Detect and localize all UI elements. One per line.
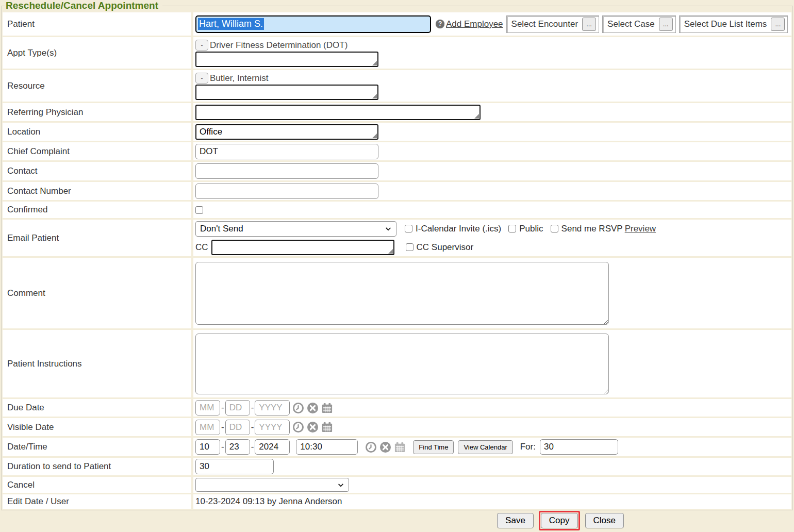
row-duration: Duration to send to Patient [3,458,791,475]
clear-icon[interactable] [307,402,319,414]
confirmed-checkbox[interactable] [195,206,203,214]
due-date-month-input[interactable] [195,400,220,415]
contact-input[interactable] [195,163,378,179]
referring-physician-field-cell [193,103,791,121]
email-send-select[interactable]: Don't Send [195,221,396,237]
datetime-day-input[interactable] [225,439,250,455]
contact-number-field-cell [193,182,791,200]
appt-types-input[interactable] [195,52,378,67]
date-separator: - [221,442,224,452]
resource-input[interactable] [195,85,378,100]
row-comment: Comment [3,258,791,328]
row-cancel: Cancel [3,477,791,493]
appointment-form: Reschedule/Cancel Appointment Patient Ha… [1,0,793,510]
edit-date-user-field-cell: 10-23-2024 09:13 by Jenna Anderson [193,494,791,509]
patient-input[interactable]: Hart, William S. [195,15,431,33]
select-due-list-items-button[interactable]: ... [771,18,785,31]
for-label: For: [520,442,536,452]
location-input-wrap [195,124,378,140]
send-me-rsvp-checkbox[interactable] [551,225,558,232]
chevron-down-icon [385,225,392,232]
save-button[interactable]: Save [497,513,534,528]
select-encounter-button[interactable]: ... [582,18,596,31]
row-confirmed: Confirmed [3,202,791,218]
patient-instructions-textarea[interactable] [195,334,609,394]
patient-instructions-field-cell [193,330,791,397]
select-case-box: Select Case ... [602,15,676,33]
select-encounter-box: Select Encounter ... [506,15,599,33]
cc-label: CC [195,242,208,253]
cc-supervisor-checkbox[interactable] [406,243,413,251]
due-date-year-input[interactable] [255,400,290,415]
referring-physician-input-wrap [195,105,481,120]
patient-label: Patient [3,12,191,36]
datetime-time-input[interactable] [296,439,358,455]
cancel-field-cell [193,477,791,493]
referring-physician-input[interactable] [195,105,481,120]
referring-physician-label: Referring Physician [3,103,191,121]
icalendar-invite-checkbox[interactable] [405,225,412,232]
select-encounter-label: Select Encounter [511,19,578,29]
cancel-label: Cancel [3,477,191,493]
appt-type-remove-button[interactable]: - [195,40,208,51]
close-button[interactable]: Close [585,513,624,528]
visible-date-year-input[interactable] [255,420,290,435]
clock-icon[interactable] [365,441,377,453]
contact-field-cell [193,162,791,180]
datetime-year-input[interactable] [255,439,290,455]
row-appt-types: Appt Type(s) - Driver Fitness Determinat… [3,37,791,69]
patient-selected-text: Hart, William S. [198,18,264,30]
select-case-button[interactable]: ... [659,18,673,31]
cancel-reason-select[interactable] [195,478,349,492]
duration-input[interactable] [195,459,274,474]
appt-types-input-wrap [195,52,378,67]
date-separator: - [251,422,254,433]
clear-icon[interactable] [307,421,319,433]
confirmed-field-cell [193,202,791,218]
location-input[interactable] [195,124,378,140]
preview-link[interactable]: Preview [625,224,656,234]
email-patient-field-cell: Don't Send I-Calendar Invite (.ics) Publ… [193,220,791,256]
find-time-button[interactable]: Find Time [413,440,454,454]
calendar-icon[interactable] [321,421,333,433]
resource-field-cell: - Butler, Internist [193,70,791,102]
comment-field-cell [193,258,791,328]
add-employee-link[interactable]: Add Employee [446,19,503,29]
clear-icon[interactable] [379,441,391,453]
row-chief-complaint: Chief Complaint [3,142,791,160]
location-label: Location [3,123,191,141]
clock-icon[interactable] [292,421,304,433]
copy-button-highlight: Copy [539,511,580,530]
cc-input[interactable] [211,240,394,255]
question-icon[interactable]: ? [435,19,445,29]
row-contact: Contact [3,162,791,180]
page-title: Reschedule/Cancel Appointment [5,0,162,11]
resource-remove-button[interactable]: - [195,73,208,84]
visible-date-month-input[interactable] [195,420,220,435]
send-me-rsvp-label: Send me RSVP [561,224,623,234]
chief-complaint-input[interactable] [195,144,378,159]
date-separator: - [221,403,224,413]
contact-number-input[interactable] [195,184,378,199]
copy-button[interactable]: Copy [541,513,578,528]
for-duration-input[interactable] [540,439,618,455]
public-checkbox[interactable] [508,225,516,232]
clock-icon[interactable] [292,402,304,414]
row-patient-instructions: Patient Instructions [3,330,791,397]
visible-date-day-input[interactable] [225,420,250,435]
select-due-list-items-box: Select Due List Items ... [679,15,788,33]
comment-textarea[interactable] [195,262,609,325]
svg-text:?: ? [438,20,442,27]
datetime-month-input[interactable] [195,439,220,455]
row-edit-date-user: Edit Date / User 10-23-2024 09:13 by Jen… [3,494,791,509]
cc-input-wrap [211,240,394,255]
calendar-icon[interactable] [394,441,406,453]
patient-instructions-label: Patient Instructions [3,330,191,397]
calendar-icon[interactable] [321,402,333,414]
visible-date-field-cell: - - [193,418,791,436]
row-location: Location [3,123,791,141]
row-referring-physician: Referring Physician [3,103,791,121]
duration-field-cell [193,458,791,475]
view-calendar-button[interactable]: View Calendar [458,440,512,454]
due-date-day-input[interactable] [225,400,250,415]
